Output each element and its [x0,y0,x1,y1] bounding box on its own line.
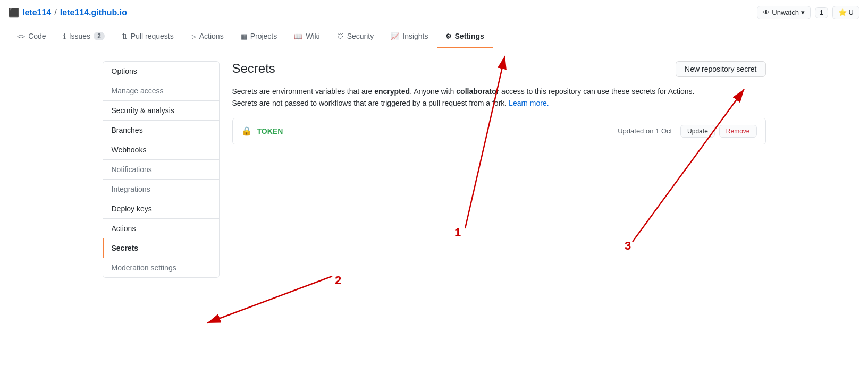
eye-icon: 👁 [763,8,770,16]
sidebar-item-branches[interactable]: Branches [103,121,219,140]
table-row: 🔒 TOKEN Updated on 1 Oct Update Remove [233,118,765,144]
tab-actions[interactable]: ▷ Actions [182,25,232,48]
tab-issues-label: Issues [69,32,90,40]
issues-icon: ℹ [63,32,66,40]
secrets-table: 🔒 TOKEN Updated on 1 Oct Update Remove [232,118,766,144]
sidebar-item-notifications-label: Notifications [112,165,152,174]
sidebar-item-integrations-label: Integrations [112,185,150,193]
sidebar-item-security-analysis-label: Security & analysis [112,106,174,115]
description: Secrets are environment variables that a… [232,86,766,109]
issues-badge: 2 [94,32,105,40]
main-content: Options Manage access Security & analysi… [94,48,774,291]
actions-icon: ▷ [191,32,196,40]
insights-icon: 📈 [391,32,399,40]
settings-icon: ⚙ [445,32,452,40]
tab-settings-label: Settings [455,32,484,40]
lock-icon: 🔒 [241,126,252,136]
watch-count: 1 [815,7,828,18]
tab-wiki-label: Wiki [306,32,319,40]
watch-label: Unwatch [772,8,799,16]
tab-code-label: Code [28,32,46,40]
sidebar-item-manage-access-label: Manage access [112,87,164,95]
tab-code[interactable]: <> Code [9,25,55,48]
pull-requests-icon: ⇅ [122,32,128,40]
wiki-icon: 📖 [294,32,302,40]
sidebar-item-options-label: Options [112,67,137,75]
sidebar-item-options[interactable]: Options [103,62,219,81]
star-label: U [849,8,854,16]
learn-more-link[interactable]: Learn more. [509,99,549,107]
repo-name-link[interactable]: lete114.github.io [60,8,127,18]
page-title: Secrets [232,61,275,76]
code-icon: <> [17,32,25,40]
nav-tabs: <> Code ℹ Issues 2 ⇅ Pull requests ▷ Act… [0,25,868,48]
sidebar-item-integrations[interactable]: Integrations [103,180,219,199]
top-bar-actions: 👁 Unwatch ▾ 1 ⭐ U [757,6,859,19]
star-icon: ⭐ [838,8,847,16]
tab-insights-label: Insights [402,32,428,40]
sidebar-item-secrets[interactable]: Secrets [103,238,219,258]
tab-pull-requests[interactable]: ⇅ Pull requests [113,25,182,48]
sidebar-item-manage-access[interactable]: Manage access [103,81,219,101]
remove-secret-button[interactable]: Remove [719,125,757,138]
tab-projects[interactable]: ▦ Projects [232,25,286,48]
tab-settings[interactable]: ⚙ Settings [437,25,493,48]
tab-wiki[interactable]: 📖 Wiki [285,25,328,48]
chevron-icon: ▾ [801,8,805,16]
tab-insights[interactable]: 📈 Insights [382,25,436,48]
security-icon: 🛡 [337,32,344,40]
projects-icon: ▦ [241,32,247,40]
sidebar-item-secrets-label: Secrets [112,244,139,252]
sidebar: Options Manage access Security & analysi… [103,61,220,278]
new-repository-secret-button[interactable]: New repository secret [676,61,765,77]
tab-security-label: Security [347,32,374,40]
sidebar-item-webhooks[interactable]: Webhooks [103,140,219,160]
sidebar-item-moderation-label: Moderation settings [112,263,176,272]
owner-link[interactable]: lete114 [22,8,51,18]
sidebar-item-actions[interactable]: Actions [103,219,219,238]
sidebar-item-moderation[interactable]: Moderation settings [103,258,219,277]
sidebar-item-security-analysis[interactable]: Security & analysis [103,101,219,121]
star-button[interactable]: ⭐ U [832,6,859,19]
watch-button[interactable]: 👁 Unwatch ▾ [757,6,811,19]
secret-actions: Update Remove [680,125,756,138]
tab-actions-label: Actions [199,32,224,40]
sidebar-item-branches-label: Branches [112,126,143,134]
top-bar: ⬛ lete114 / lete114.github.io 👁 Unwatch … [0,0,868,25]
content-area: Secrets New repository secret Secrets ar… [232,61,766,278]
sidebar-item-actions-label: Actions [112,224,136,233]
tab-projects-label: Projects [250,32,277,40]
separator: / [54,8,56,18]
sidebar-item-deploy-keys-label: Deploy keys [112,204,152,213]
secret-name: TOKEN [257,127,618,135]
repo-title: ⬛ lete114 / lete114.github.io [9,7,127,18]
update-secret-button[interactable]: Update [680,125,715,138]
tab-security[interactable]: 🛡 Security [328,25,383,48]
tab-pull-requests-label: Pull requests [131,32,174,40]
content-header: Secrets New repository secret [232,61,766,77]
tab-issues[interactable]: ℹ Issues 2 [55,25,113,48]
sidebar-item-notifications[interactable]: Notifications [103,160,219,180]
sidebar-item-webhooks-label: Webhooks [112,146,147,154]
repo-icon: ⬛ [9,7,19,18]
sidebar-item-deploy-keys[interactable]: Deploy keys [103,199,219,219]
secret-updated: Updated on 1 Oct [618,127,672,135]
